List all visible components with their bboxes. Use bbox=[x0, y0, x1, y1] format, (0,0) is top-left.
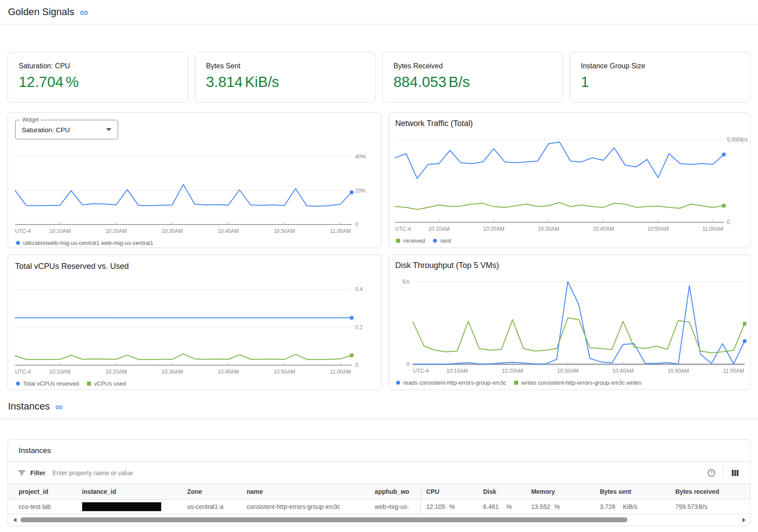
y-tick-label: 5,000B/s bbox=[727, 137, 748, 143]
column-header-memory[interactable]: Memory bbox=[526, 484, 595, 499]
scroll-right-arrow-icon[interactable] bbox=[742, 518, 746, 522]
page-title: Golden Signals bbox=[8, 6, 74, 18]
x-tick-label: 10:40AM bbox=[218, 369, 239, 375]
disk-throughput-card: Disk Throughput (Top 5 VMs) 5/s010:10AM1… bbox=[389, 254, 750, 390]
legend-item[interactable]: reads consistent-http-errors-group-xm3c bbox=[396, 379, 506, 386]
series-line bbox=[15, 354, 352, 359]
column-header-bytes-sent[interactable]: Bytes sent bbox=[595, 484, 670, 499]
scorecard-saturation-cpu[interactable]: Saturation: CPU 12.704% bbox=[8, 52, 188, 102]
scorecard-value: 1 bbox=[581, 74, 589, 90]
cell-unit: KiB/s bbox=[623, 503, 638, 510]
redacted-value bbox=[82, 502, 161, 511]
x-tick-label: 10:20AM bbox=[105, 228, 127, 234]
legend-dot-icon bbox=[16, 241, 20, 245]
x-tick-label: 11:00AM bbox=[702, 226, 723, 232]
y-tick-label: 0.2 bbox=[355, 324, 363, 331]
horizontal-scrollbar[interactable] bbox=[9, 514, 749, 526]
scroll-left-arrow-icon[interactable] bbox=[13, 518, 16, 522]
legend-label: received bbox=[403, 237, 425, 244]
legend-label: reads consistent-http-errors-group-xm3c bbox=[403, 379, 506, 386]
table-row[interactable]: cco-test-labus-central1-aconsistent-http… bbox=[8, 499, 750, 514]
series-line bbox=[395, 142, 724, 178]
vcpus-chart[interactable]: 0.40.2010:10AM10:20AM10:30AM10:40AM10:50… bbox=[15, 275, 375, 378]
cell-unit: B/s bbox=[698, 503, 707, 510]
widget-select[interactable]: Widget Saturation: CPU bbox=[15, 120, 118, 139]
scorecard-value: 884.053 bbox=[393, 74, 446, 90]
y-tick-label: 0 bbox=[406, 361, 409, 367]
series-end-dot bbox=[350, 316, 354, 320]
x-tick-label: 10:30AM bbox=[162, 228, 183, 234]
x-tick-label: 10:20AM bbox=[483, 226, 504, 232]
help-icon[interactable]: ? bbox=[704, 466, 718, 480]
section-link-icon[interactable] bbox=[79, 8, 88, 17]
network-traffic-chart[interactable]: 5,000B/s010:10AM10:20AM10:30AM10:40AM10:… bbox=[395, 132, 745, 236]
network-traffic-legend: receivedsent bbox=[395, 237, 744, 244]
x-tick-label: 10:30AM bbox=[538, 226, 559, 232]
y-tick-label: 0.4 bbox=[355, 286, 363, 292]
scorecard-bytes-sent[interactable]: Bytes Sent 3.814KiB/s bbox=[195, 52, 376, 102]
x-tick-label: 10:10AM bbox=[49, 228, 71, 234]
series-line bbox=[15, 185, 352, 206]
chart-title: Total vCPUs Reserved vs. Used bbox=[15, 262, 374, 271]
scorecard-label: Bytes Received bbox=[393, 62, 552, 70]
saturation-cpu-widget-card: Widget Saturation: CPU 40%20%010:10AM10:… bbox=[8, 112, 382, 248]
legend-item[interactable]: sent bbox=[433, 237, 451, 244]
scorecard-unit: % bbox=[66, 74, 79, 90]
chart-title: Network Traffic (Total) bbox=[395, 119, 744, 128]
x-tick-label: 10:20AM bbox=[105, 369, 127, 375]
legend-item[interactable]: received bbox=[396, 237, 425, 244]
x-tick-label: 10:30AM bbox=[557, 368, 579, 374]
column-header-cpu[interactable]: CPU bbox=[421, 484, 478, 499]
legend-item[interactable]: vCPUs used bbox=[87, 380, 126, 387]
network-traffic-card: Network Traffic (Total) 5,000B/s010:10AM… bbox=[389, 112, 750, 248]
series-line bbox=[395, 202, 724, 209]
legend-square-icon bbox=[87, 382, 91, 386]
x-tick-label: 11:00AM bbox=[330, 228, 351, 234]
scorecard-bytes-received[interactable]: Bytes Received 884.053B/s bbox=[382, 52, 563, 102]
legend-item[interactable]: Total vCPUs reserved bbox=[16, 380, 79, 387]
filter-bar: Filter ? bbox=[8, 462, 750, 484]
y-tick-label: 20% bbox=[355, 188, 366, 194]
instances-card: Instances Filter ? project_idinstance_id… bbox=[8, 439, 750, 526]
legend-label: utilizationweb-mig-us-central1 web-mig-u… bbox=[23, 240, 153, 246]
legend-item[interactable]: writes consistent-http-errors-group-xm3c… bbox=[514, 379, 642, 386]
x-tick-label: 11:00AM bbox=[723, 368, 744, 374]
filter-label: Filter bbox=[30, 469, 45, 477]
scorecard-label: Instance Group Size bbox=[581, 62, 739, 70]
timezone-label: UTC-4 bbox=[413, 368, 429, 374]
column-header-name[interactable]: name bbox=[241, 484, 369, 499]
column-header-project-id[interactable]: project_id bbox=[8, 484, 77, 499]
scorecard-instance-group-size[interactable]: Instance Group Size 1 bbox=[570, 52, 750, 102]
legend-label: sent bbox=[440, 237, 451, 244]
chevron-down-icon bbox=[106, 128, 111, 131]
vcpus-legend: Total vCPUs reservedvCPUs used bbox=[15, 380, 374, 387]
column-header-bytes-received[interactable]: Bytes received bbox=[670, 484, 750, 499]
filter-input[interactable] bbox=[52, 469, 704, 477]
y-tick-label: 0 bbox=[355, 221, 358, 228]
table-cell: web-mig-us- bbox=[369, 499, 421, 514]
scrollbar-thumb[interactable] bbox=[20, 517, 627, 522]
x-tick-label: 10:50AM bbox=[647, 226, 669, 232]
column-display-icon[interactable] bbox=[728, 466, 742, 480]
series-end-dot bbox=[350, 190, 354, 194]
column-header-zone[interactable]: Zone bbox=[182, 484, 241, 499]
section-link-icon[interactable] bbox=[55, 403, 63, 411]
y-tick-label: 40% bbox=[355, 154, 366, 160]
disk-throughput-chart[interactable]: 5/s010:10AM10:20AM10:30AM10:40AM10:50AM1… bbox=[395, 274, 745, 378]
column-header-instance-id[interactable]: instance_id bbox=[77, 484, 182, 499]
saturation-cpu-chart[interactable]: 40%20%010:10AM10:20AM10:30AM10:40AM10:50… bbox=[15, 143, 375, 238]
filter-icon bbox=[18, 469, 26, 477]
series-line bbox=[413, 318, 745, 353]
column-header-apphub-wo[interactable]: apphub_wo bbox=[369, 484, 421, 499]
cell-value: 12.105 bbox=[426, 503, 449, 510]
table-cell: cco-test-lab bbox=[8, 499, 77, 514]
x-tick-label: 10:10AM bbox=[49, 369, 71, 375]
legend-dot-icon bbox=[16, 382, 20, 386]
column-header-disk[interactable]: Disk bbox=[478, 484, 526, 499]
timezone-label: UTC-4 bbox=[15, 228, 31, 234]
table-cell: 6.461% bbox=[478, 499, 526, 514]
legend-item[interactable]: utilizationweb-mig-us-central1 web-mig-u… bbox=[16, 240, 153, 246]
series-end-square bbox=[350, 354, 353, 357]
legend-square-icon bbox=[396, 239, 400, 243]
y-tick-label: 5/s bbox=[402, 279, 409, 285]
